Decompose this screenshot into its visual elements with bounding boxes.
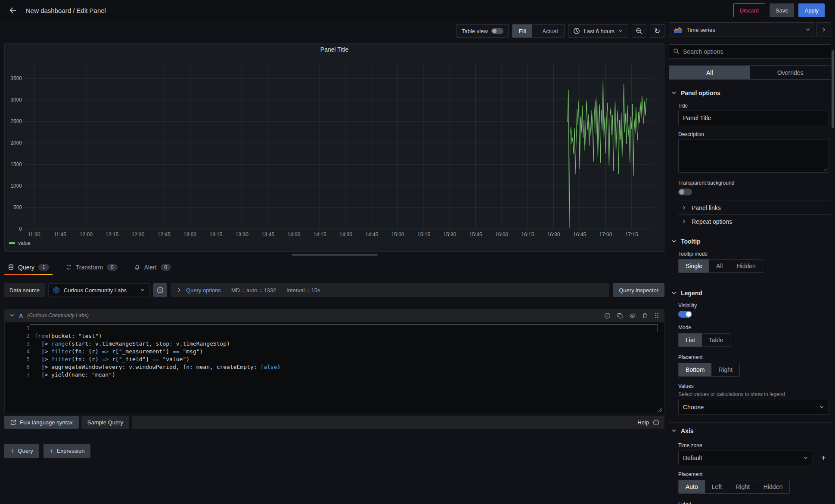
apply-button[interactable]: Apply [798, 3, 825, 17]
section-axis[interactable]: Axis [669, 426, 831, 435]
tab-transform[interactable]: Transform 0 [62, 259, 121, 275]
back-button[interactable] [6, 3, 20, 17]
svg-text:?: ? [159, 288, 161, 292]
tab-query-label: Query [18, 264, 34, 271]
time-range-picker[interactable]: Last 6 hours [568, 24, 628, 38]
zoom-out-button[interactable] [632, 24, 646, 38]
line-number: 6 [5, 363, 30, 371]
axis-placement-right[interactable]: Right [729, 480, 757, 493]
svg-text:15:15: 15:15 [417, 232, 430, 238]
legend-mode-table[interactable]: Table [702, 334, 730, 346]
legend-placement-right[interactable]: Right [711, 363, 739, 376]
duplicate-query-button[interactable] [617, 312, 623, 319]
actual-option[interactable]: Actual [536, 25, 564, 37]
tab-overrides[interactable]: Overrides [750, 66, 831, 79]
code-line[interactable]: 5 |> filter(fn: (r) => r["_field"] == "v… [5, 356, 664, 363]
remove-query-button[interactable] [642, 312, 648, 319]
axis-placement-auto[interactable]: Auto [679, 480, 705, 493]
datasource-picker[interactable]: Curious Community Labs [48, 283, 150, 297]
info-circle-icon[interactable]: i [653, 419, 659, 426]
panel-title-input[interactable] [678, 111, 829, 125]
time-range-label: Last 6 hours [584, 28, 615, 34]
tab-query-count: 1 [38, 264, 49, 271]
panel-description-input[interactable] [678, 139, 829, 173]
svg-text:15:45: 15:45 [469, 232, 482, 238]
code-line[interactable]: 3 |> range(start: v.timeRangeStart, stop… [5, 340, 664, 348]
transparent-bg-toggle[interactable] [678, 189, 692, 195]
add-timezone-button[interactable]: + [818, 452, 829, 464]
section-divider [669, 233, 831, 233]
code-line[interactable]: 2from(bucket: "test") [5, 332, 664, 340]
editor-footer-bar: Help i [132, 416, 664, 429]
svg-text:500: 500 [13, 204, 22, 210]
legend-values-select[interactable]: Choose [678, 400, 829, 414]
collapse-options-button[interactable] [816, 22, 831, 37]
timezone-select[interactable]: Default [678, 451, 813, 465]
options-search[interactable] [669, 44, 831, 59]
discard-button[interactable]: Discard [733, 3, 765, 17]
chevron-down-icon [140, 288, 145, 293]
table-view-switch[interactable] [491, 28, 503, 34]
svg-text:13:00: 13:00 [183, 232, 196, 238]
flux-syntax-button[interactable]: Flux language syntax [4, 416, 79, 429]
transparent-bg-label: Transparent background [678, 180, 829, 186]
code-line[interactable]: 6 |> aggregateWindow(every: v.windowPeri… [5, 363, 664, 371]
line-number: 4 [5, 348, 30, 356]
axis-placement-hidden[interactable]: Hidden [757, 480, 789, 493]
refresh-button[interactable]: ↻ [650, 24, 664, 38]
code-line[interactable]: 4 |> filter(fn: (r) => r["_measurement"]… [5, 348, 664, 356]
section-tooltip[interactable]: Tooltip [669, 237, 831, 246]
section-panel-options[interactable]: Panel options [669, 88, 831, 97]
legend-mode-list[interactable]: List [679, 334, 702, 346]
legend-series-marker [9, 242, 15, 244]
tooltip-mode-all[interactable]: All [709, 260, 730, 272]
code-line[interactable]: 7 |> yield(name: "mean") [5, 371, 664, 379]
legend-placement-bottom[interactable]: Bottom [679, 363, 711, 376]
query-actions: + Query + Expression [4, 444, 90, 458]
panel-links-section[interactable]: Panel links [669, 201, 831, 214]
chevron-right-icon[interactable] [177, 288, 182, 293]
tab-all[interactable]: All [669, 66, 750, 79]
add-query-button[interactable]: + Query [4, 444, 39, 458]
axis-placement-left[interactable]: Left [705, 480, 729, 493]
influxdb-icon [53, 287, 60, 294]
code-line[interactable]: 1 [5, 325, 664, 332]
chart-legend[interactable]: value [9, 240, 31, 246]
drag-handle-icon[interactable] [654, 312, 659, 318]
timeseries-viz-icon [674, 27, 682, 33]
svg-text:15:00: 15:00 [391, 232, 404, 238]
chevron-down-icon[interactable] [9, 313, 15, 318]
flux-query-editor[interactable]: 12from(bucket: "test")3 |> range(start: … [4, 322, 664, 414]
fill-option[interactable]: Fill [512, 25, 533, 37]
tab-query[interactable]: Query 1 [4, 259, 53, 275]
tooltip-mode-hidden[interactable]: Hidden [729, 260, 762, 272]
query-inspector-button[interactable]: Query inspector [613, 283, 664, 297]
sidebar-scrollbar[interactable] [832, 50, 834, 128]
legend-visibility-toggle[interactable] [678, 311, 692, 318]
query-row-header[interactable]: A (Curious Community Labs) ? [4, 309, 664, 322]
datasource-help-button[interactable]: ? [153, 283, 167, 297]
visualization-picker[interactable]: Time series [669, 22, 815, 37]
sample-query-button[interactable]: Sample Query [81, 416, 129, 429]
line-number: 1 [5, 325, 30, 332]
table-view-toggle[interactable]: Table view [456, 24, 509, 38]
panel-preview: Panel Title 0500100015002000250030003500… [4, 43, 664, 252]
tab-alert[interactable]: Alert 0 [130, 259, 174, 275]
editor-resize-handle[interactable] [658, 407, 662, 412]
pane-splitter-handle[interactable] [292, 254, 378, 256]
query-help-button[interactable]: ? [604, 312, 611, 319]
timeseries-chart: 050010001500200025003000350011:3011:4512… [5, 55, 664, 246]
section-legend[interactable]: Legend [669, 288, 831, 297]
hide-query-button[interactable] [629, 312, 636, 319]
save-button[interactable]: Save [770, 3, 795, 17]
flux-syntax-label: Flux language syntax [20, 419, 73, 426]
textarea-resize-handle[interactable] [823, 167, 827, 171]
svg-text:12:15: 12:15 [106, 232, 118, 238]
repeat-options-section[interactable]: Repeat options [669, 215, 831, 228]
help-label[interactable]: Help [637, 419, 649, 426]
arrow-left-icon [9, 6, 17, 15]
query-options-link[interactable]: Query options [186, 287, 221, 294]
tooltip-mode-single[interactable]: Single [679, 260, 709, 272]
options-search-input[interactable] [683, 48, 827, 55]
add-expression-button[interactable]: + Expression [43, 444, 91, 458]
